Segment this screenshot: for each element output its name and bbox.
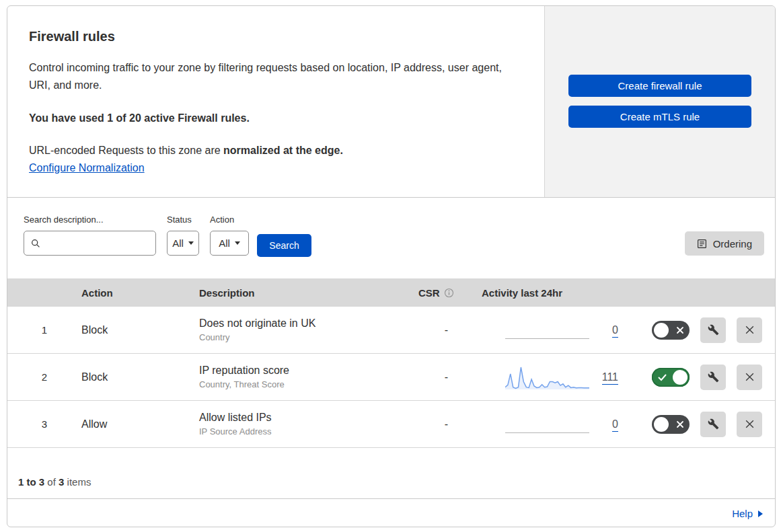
close-icon [744,324,755,336]
search-icon [31,239,40,248]
filter-bar: Search description... Status All Action … [7,198,775,278]
rule-title: Allow listed IPs [199,412,408,424]
col-csr-header: CSR [414,287,478,299]
help-link[interactable]: Help [7,498,775,527]
table-header: Action Description CSR Activity last 24h… [7,278,775,307]
table-row: 1 Block Does not originate in UK Country… [7,307,775,354]
activity-count-link[interactable]: 0 [612,418,618,432]
activity-count-link[interactable]: 111 [602,371,618,385]
rule-csr: - [414,324,478,336]
rule-fields: Country, Threat Score [199,379,408,389]
rule-action: Block [81,324,199,336]
usage-summary: You have used 1 of 20 active Firewall ru… [29,112,517,124]
status-dropdown[interactable]: All [167,231,199,256]
activity-sparkline [505,364,589,391]
status-dropdown-value: All [172,237,184,249]
rule-title: IP reputation score [199,365,408,377]
rule-activity-cell: 111 [478,364,626,391]
help-label: Help [732,508,753,519]
csr-header-label: CSR [418,287,440,299]
status-label: Status [167,215,199,225]
search-group: Search description... [24,215,156,256]
sparkline-chart [505,364,589,391]
rule-description-cell: Does not originate in UK Country [199,317,414,342]
toggle-x-icon [676,326,684,334]
toggle-knob [673,370,687,385]
col-activity-header: Activity last 24hr [478,287,626,299]
edit-rule-button[interactable] [700,412,726,437]
rule-fields: IP Source Address [199,426,408,436]
wrench-icon [708,371,719,383]
table-row: 3 Allow Allow listed IPs IP Source Addre… [7,401,775,448]
normalization-prefix: URL-encoded Requests to this zone are [29,145,223,156]
ordering-button-label: Ordering [713,238,752,250]
rule-csr: - [414,418,478,430]
toggle-x-icon [676,420,684,428]
toggle-check-icon [658,374,667,381]
rule-action: Block [81,371,199,383]
search-button[interactable]: Search [257,234,311,257]
ordering-button[interactable]: Ordering [685,231,764,256]
activity-sparkline-empty [505,411,589,438]
delete-rule-button[interactable] [737,365,762,390]
toggle-knob [654,417,669,432]
col-action-header: Action [81,287,199,299]
actions-panel: Create firewall rule Create mTLS rule [544,6,775,197]
edit-rule-button[interactable] [700,317,726,343]
rule-enabled-toggle[interactable] [652,415,690,434]
delete-rule-button[interactable] [737,412,762,437]
pagination-items: items [64,476,91,488]
intro-section: Firewall rules Control incoming traffic … [7,6,775,198]
search-input[interactable] [46,237,149,250]
rule-controls [626,412,775,437]
activity-count: 0 [589,418,626,430]
search-label: Search description... [24,215,156,225]
firewall-rules-page: Firewall rules Control incoming traffic … [7,5,776,527]
rule-priority: 1 [7,324,81,336]
pagination-range: 1 to 3 [18,476,44,488]
close-icon [744,371,755,383]
close-icon [744,418,755,430]
activity-count: 111 [589,371,626,383]
sparkline-baseline [505,432,589,433]
configure-normalization-link[interactable]: Configure Normalization [29,162,145,174]
rule-enabled-toggle[interactable] [652,368,690,387]
sparkline-baseline [505,338,589,339]
create-mtls-rule-button[interactable]: Create mTLS rule [568,106,751,128]
rule-activity-cell: 0 [478,411,626,438]
rule-controls [626,317,775,343]
toggle-knob [654,323,669,338]
create-firewall-rule-button[interactable]: Create firewall rule [568,75,751,97]
pagination-summary: 1 to 3 of 3 items [7,448,775,498]
pagination-of: of [44,476,59,488]
rule-description-cell: Allow listed IPs IP Source Address [199,412,414,436]
action-dropdown-value: All [219,237,230,249]
rule-description-cell: IP reputation score Country, Threat Scor… [199,365,414,389]
normalization-bold: normalized at the edge. [223,145,343,156]
action-dropdown[interactable]: All [210,231,249,256]
action-label: Action [210,215,249,225]
page-description: Control incoming traffic to your zone by… [29,59,507,95]
action-filter-group: Action All [210,215,249,256]
activity-count-link[interactable]: 0 [612,324,618,338]
col-description-header: Description [199,287,414,299]
delete-rule-button[interactable] [737,317,762,343]
rule-priority: 3 [7,418,81,430]
info-icon[interactable] [444,288,454,298]
edit-rule-button[interactable] [700,365,726,390]
chevron-down-icon [235,241,240,245]
arrow-right-icon [758,510,763,517]
ordering-icon [697,239,707,249]
page-title: Firewall rules [29,29,517,44]
rule-enabled-toggle[interactable] [652,321,690,340]
activity-count: 0 [589,324,626,336]
rule-csr: - [414,371,478,383]
intro-text-panel: Firewall rules Control incoming traffic … [7,6,544,197]
rule-action: Allow [81,418,199,430]
rule-priority: 2 [7,371,81,383]
rule-fields: Country [199,332,408,342]
rule-controls [626,365,775,390]
chevron-down-icon [188,241,194,245]
rule-activity-cell: 0 [478,317,626,344]
wrench-icon [708,324,719,336]
